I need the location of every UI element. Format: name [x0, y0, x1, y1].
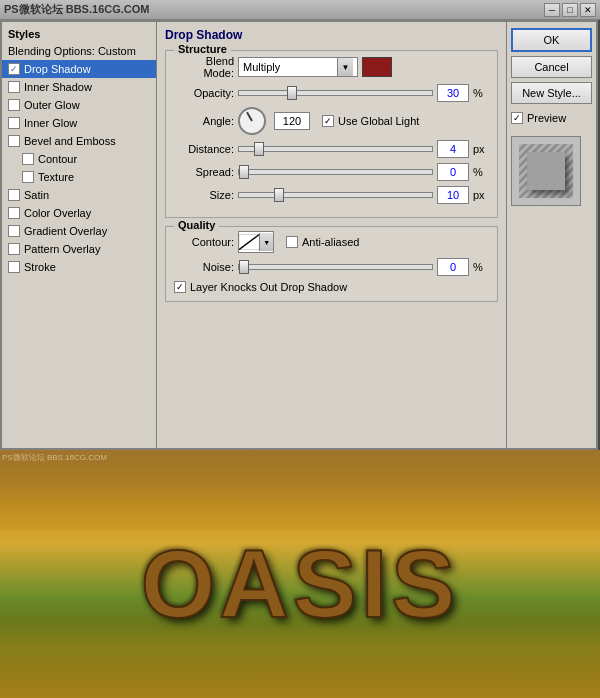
- title-bar: PS微软论坛 BBS.16CG.COM ─ □ ✕: [0, 0, 600, 20]
- label-drop-shadow: Drop Shadow: [24, 63, 91, 75]
- drop-shadow-title: Drop Shadow: [165, 28, 498, 44]
- contour-select[interactable]: ▼: [238, 231, 274, 253]
- sidebar-item-bevel-emboss[interactable]: Bevel and Emboss: [2, 132, 156, 150]
- checkbox-inner-shadow[interactable]: [8, 81, 20, 93]
- watermark: PS微软论坛 BBS.16CG.COM: [2, 452, 107, 463]
- size-unit: px: [473, 189, 489, 201]
- noise-unit: %: [473, 261, 489, 273]
- spread-input[interactable]: [437, 163, 469, 181]
- sidebar-item-texture[interactable]: Texture: [2, 168, 156, 186]
- sidebar-item-blending-options[interactable]: Blending Options: Custom: [2, 42, 156, 60]
- contour-preview: [239, 233, 259, 251]
- preview-image: [519, 144, 573, 198]
- distance-slider[interactable]: [238, 146, 433, 152]
- maximize-button[interactable]: □: [562, 3, 578, 17]
- blend-mode-arrow: ▼: [337, 58, 353, 76]
- checkbox-bevel-emboss[interactable]: [8, 135, 20, 147]
- layer-knocks-checkbox[interactable]: [174, 281, 186, 293]
- spread-slider[interactable]: [238, 169, 433, 175]
- angle-row: Angle: Use Global Light: [174, 107, 489, 135]
- distance-thumb[interactable]: [254, 142, 264, 156]
- size-label: Size:: [174, 189, 234, 201]
- sidebar-item-drop-shadow[interactable]: Drop Shadow: [2, 60, 156, 78]
- layer-knocks-row: Layer Knocks Out Drop Shadow: [174, 281, 489, 293]
- preview-shape: [527, 152, 565, 190]
- use-global-light-checkbox[interactable]: [322, 115, 334, 127]
- size-input[interactable]: [437, 186, 469, 204]
- title-controls[interactable]: ─ □ ✕: [544, 3, 596, 17]
- angle-dial[interactable]: [238, 107, 266, 135]
- checkbox-inner-glow[interactable]: [8, 117, 20, 129]
- new-style-button[interactable]: New Style...: [511, 82, 592, 104]
- cancel-button[interactable]: Cancel: [511, 56, 592, 78]
- sidebar-item-color-overlay[interactable]: Color Overlay: [2, 204, 156, 222]
- sidebar-item-outer-glow[interactable]: Outer Glow: [2, 96, 156, 114]
- sidebar-item-inner-shadow[interactable]: Inner Shadow: [2, 78, 156, 96]
- global-light-container: Use Global Light: [322, 115, 419, 127]
- preview-checkbox[interactable]: [511, 112, 523, 124]
- close-button[interactable]: ✕: [580, 3, 596, 17]
- label-pattern-overlay: Pattern Overlay: [24, 243, 100, 255]
- sidebar-item-gradient-overlay[interactable]: Gradient Overlay: [2, 222, 156, 240]
- label-stroke: Stroke: [24, 261, 56, 273]
- distance-input[interactable]: [437, 140, 469, 158]
- checkbox-color-overlay[interactable]: [8, 207, 20, 219]
- label-bevel-emboss: Bevel and Emboss: [24, 135, 116, 147]
- label-texture: Texture: [38, 171, 74, 183]
- title-text: PS微软论坛 BBS.16CG.COM: [4, 2, 149, 17]
- sidebar-item-contour[interactable]: Contour: [2, 150, 156, 168]
- checkbox-drop-shadow[interactable]: [8, 63, 20, 75]
- use-global-light-label: Use Global Light: [338, 115, 419, 127]
- checkbox-contour[interactable]: [22, 153, 34, 165]
- size-slider[interactable]: [238, 192, 433, 198]
- shadow-color-swatch[interactable]: [362, 57, 392, 77]
- angle-label: Angle:: [174, 115, 234, 127]
- checkbox-pattern-overlay[interactable]: [8, 243, 20, 255]
- anti-aliased-checkbox[interactable]: [286, 236, 298, 248]
- opacity-row: Opacity: %: [174, 84, 489, 102]
- opacity-unit: %: [473, 87, 489, 99]
- spread-thumb[interactable]: [239, 165, 249, 179]
- preview-container: Preview: [511, 112, 592, 124]
- size-thumb[interactable]: [274, 188, 284, 202]
- label-gradient-overlay: Gradient Overlay: [24, 225, 107, 237]
- blend-mode-label: Blend Mode:: [174, 55, 234, 79]
- angle-input[interactable]: [274, 112, 310, 130]
- checkbox-gradient-overlay[interactable]: [8, 225, 20, 237]
- checkbox-stroke[interactable]: [8, 261, 20, 273]
- noise-thumb[interactable]: [239, 260, 249, 274]
- preview-label: Preview: [527, 112, 566, 124]
- checkbox-texture[interactable]: [22, 171, 34, 183]
- styles-header: Styles: [2, 26, 156, 42]
- opacity-input[interactable]: [437, 84, 469, 102]
- sidebar-item-pattern-overlay[interactable]: Pattern Overlay: [2, 240, 156, 258]
- distance-label: Distance:: [174, 143, 234, 155]
- sidebar-item-satin[interactable]: Satin: [2, 186, 156, 204]
- distance-row: Distance: px: [174, 140, 489, 158]
- noise-input[interactable]: [437, 258, 469, 276]
- checkbox-satin[interactable]: [8, 189, 20, 201]
- spread-unit: %: [473, 166, 489, 178]
- buttons-column: OK Cancel New Style... Preview: [506, 22, 596, 448]
- bottom-image: OASIS PS微软论坛 BBS.16CG.COM: [0, 450, 600, 698]
- layer-knocks-label: Layer Knocks Out Drop Shadow: [190, 281, 347, 293]
- blend-mode-select[interactable]: Multiply ▼: [238, 57, 358, 77]
- main-panel: Drop Shadow Structure Blend Mode: Multip…: [157, 22, 506, 448]
- minimize-button[interactable]: ─: [544, 3, 560, 17]
- left-panel: Styles Blending Options: CustomDrop Shad…: [2, 22, 157, 448]
- contour-label: Contour:: [174, 236, 234, 248]
- sidebar-item-inner-glow[interactable]: Inner Glow: [2, 114, 156, 132]
- angle-line: [246, 112, 253, 122]
- anti-aliased-container: Anti-aliased: [286, 236, 359, 248]
- opacity-label: Opacity:: [174, 87, 234, 99]
- opacity-slider[interactable]: [238, 90, 433, 96]
- label-contour: Contour: [38, 153, 77, 165]
- ok-button[interactable]: OK: [511, 28, 592, 52]
- sidebar-item-stroke[interactable]: Stroke: [2, 258, 156, 276]
- oasis-text: OASIS: [141, 529, 460, 639]
- checkbox-outer-glow[interactable]: [8, 99, 20, 111]
- structure-group: Structure Blend Mode: Multiply ▼ Opacity…: [165, 50, 498, 218]
- noise-row: Noise: %: [174, 258, 489, 276]
- opacity-thumb[interactable]: [287, 86, 297, 100]
- noise-slider[interactable]: [238, 264, 433, 270]
